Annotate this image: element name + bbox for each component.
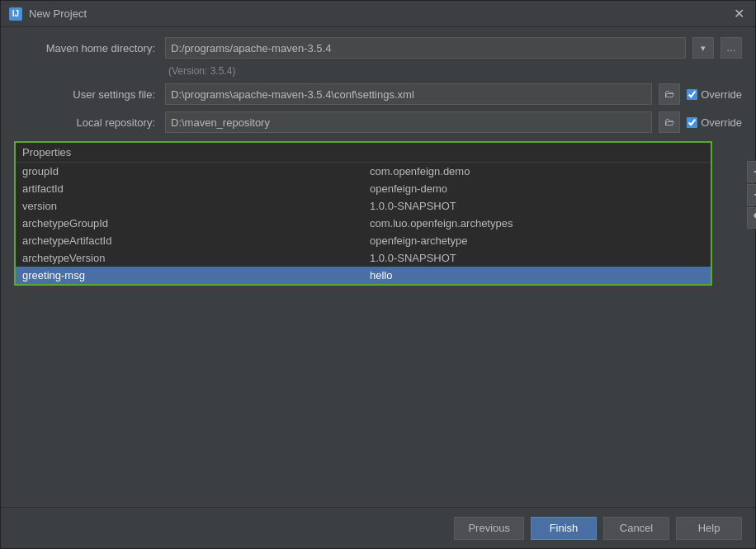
prop-key-cell: version <box>16 197 363 215</box>
maven-home-row: Maven home directory: ▾ … <box>14 37 742 59</box>
cancel-button[interactable]: Cancel <box>603 517 669 540</box>
maven-home-label: Maven home directory: <box>14 42 158 54</box>
local-repo-row: Local repository: 🗁 Override <box>14 111 742 133</box>
maven-home-dropdown-btn[interactable]: ▾ <box>692 37 714 59</box>
remove-property-button[interactable]: − <box>747 184 756 206</box>
local-repo-override-text: Override <box>701 116 742 129</box>
dialog-wrapper: IJ New Project ✕ Maven home directory: ▾… <box>0 0 756 549</box>
user-settings-row: User settings file: 🗁 Override <box>14 83 742 105</box>
user-settings-override-text: Override <box>701 88 742 101</box>
finish-button[interactable]: Finish <box>531 517 597 540</box>
prop-value-cell: openfeign-demo <box>363 180 711 197</box>
previous-button[interactable]: Previous <box>454 517 524 540</box>
side-buttons: + − ✎ <box>747 161 756 229</box>
properties-wrapper: Properties groupId com.openfeign.demo ar… <box>14 141 742 286</box>
table-row[interactable]: version 1.0.0-SNAPSHOT <box>16 197 711 215</box>
prop-value-cell: openfeign-archetype <box>363 232 711 249</box>
prop-key-cell: groupId <box>16 163 363 180</box>
table-row[interactable]: archetypeGroupId com.luo.openfeign.arche… <box>16 215 711 232</box>
prop-value-cell: com.openfeign.demo <box>363 163 711 180</box>
table-row[interactable]: groupId com.openfeign.demo <box>16 163 711 180</box>
prop-key-cell: archetypeVersion <box>16 249 363 267</box>
properties-table: groupId com.openfeign.demo artifactId op… <box>16 163 711 284</box>
user-settings-input[interactable] <box>165 83 652 105</box>
title-bar: IJ New Project ✕ <box>1 1 755 27</box>
help-button[interactable]: Help <box>676 517 742 540</box>
user-settings-label: User settings file: <box>14 88 158 101</box>
app-icon: IJ <box>9 7 22 21</box>
local-repo-override-checkbox[interactable] <box>687 117 697 128</box>
prop-value-cell: hello <box>363 267 711 284</box>
local-repo-label: Local repository: <box>14 116 158 129</box>
add-property-button[interactable]: + <box>747 161 756 182</box>
footer: Previous Finish Cancel Help <box>1 507 755 548</box>
table-row[interactable]: archetypeVersion 1.0.0-SNAPSHOT <box>16 249 711 267</box>
close-button[interactable]: ✕ <box>730 6 747 22</box>
prop-value-cell: com.luo.openfeign.archetypes <box>363 215 711 232</box>
prop-key-cell: artifactId <box>16 180 363 197</box>
version-row: (Version: 3.5.4) <box>14 65 742 77</box>
title-bar-left: IJ New Project <box>9 7 87 21</box>
local-repo-input[interactable] <box>165 111 652 133</box>
local-repo-override-label: Override <box>687 116 742 129</box>
properties-panel: Properties groupId com.openfeign.demo ar… <box>14 141 712 286</box>
table-row[interactable]: greeting-msg hello <box>16 267 711 284</box>
user-settings-browse-btn[interactable]: 🗁 <box>659 83 680 105</box>
maven-version-text: (Version: 3.5.4) <box>165 65 742 77</box>
maven-home-browse-btn[interactable]: … <box>721 37 742 59</box>
dialog-content: Maven home directory: ▾ … (Version: 3.5.… <box>1 27 755 304</box>
table-row[interactable]: artifactId openfeign-demo <box>16 180 711 197</box>
properties-title: Properties <box>16 143 711 163</box>
user-settings-override-checkbox[interactable] <box>687 89 697 100</box>
window-title: New Project <box>29 7 87 20</box>
maven-home-input[interactable] <box>165 37 686 59</box>
table-row[interactable]: archetypeArtifactId openfeign-archetype <box>16 232 711 249</box>
prop-key-cell: archetypeArtifactId <box>16 232 363 249</box>
prop-key-cell: archetypeGroupId <box>16 215 363 232</box>
user-settings-override-label: Override <box>687 88 742 101</box>
edit-property-button[interactable]: ✎ <box>747 207 756 229</box>
prop-value-cell: 1.0.0-SNAPSHOT <box>363 197 711 215</box>
local-repo-browse-btn[interactable]: 🗁 <box>659 111 680 133</box>
prop-key-cell: greeting-msg <box>16 267 363 284</box>
prop-value-cell: 1.0.0-SNAPSHOT <box>363 249 711 267</box>
